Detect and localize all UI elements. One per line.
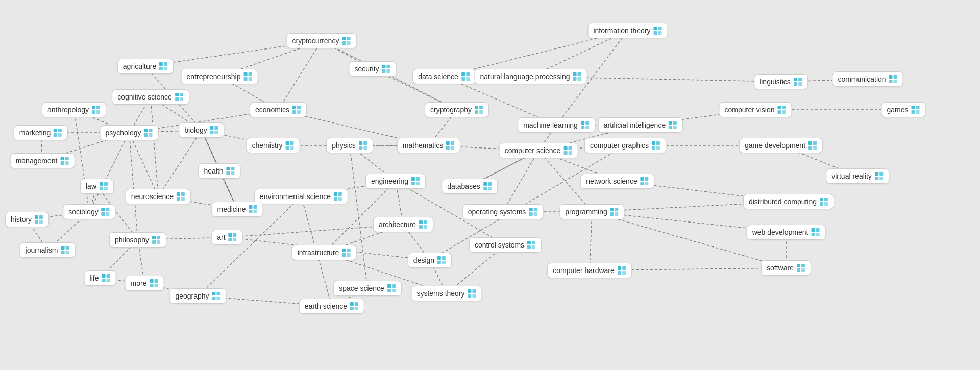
svg-rect-118 <box>798 78 802 81</box>
node-management[interactable]: management <box>10 153 75 168</box>
svg-rect-162 <box>149 129 153 132</box>
svg-rect-99 <box>159 67 163 70</box>
node-history[interactable]: history <box>5 212 49 227</box>
node-physics[interactable]: physics <box>326 138 373 153</box>
node-entrepreneurship[interactable]: entrepreneurship <box>181 69 258 84</box>
node-chemistry[interactable]: chemistry <box>247 138 300 153</box>
node-art[interactable]: art <box>211 230 242 245</box>
svg-rect-167 <box>210 131 214 134</box>
svg-rect-315 <box>212 297 216 300</box>
node-icon-communication <box>889 75 898 84</box>
node-space_science[interactable]: space science <box>333 281 402 296</box>
node-icon-cognitive_science <box>175 92 184 102</box>
node-label-software: software <box>767 264 794 272</box>
node-programming[interactable]: programming <box>559 204 624 219</box>
node-engineering[interactable]: engineering <box>365 174 426 189</box>
node-operating_systems[interactable]: operating systems <box>462 204 544 219</box>
node-computer_graphics[interactable]: computer graphics <box>584 138 666 153</box>
svg-rect-92 <box>347 41 350 45</box>
node-medicine[interactable]: medicine <box>211 202 263 217</box>
node-sociology[interactable]: sociology <box>63 204 115 219</box>
svg-rect-200 <box>879 177 883 180</box>
svg-rect-309 <box>468 289 472 293</box>
node-virtual_reality[interactable]: virtual reality <box>826 168 889 184</box>
node-computer_science[interactable]: computer science <box>499 143 578 158</box>
node-neuroscience[interactable]: neuroscience <box>126 189 191 204</box>
svg-rect-176 <box>363 146 367 150</box>
svg-rect-192 <box>813 146 817 150</box>
svg-rect-262 <box>157 236 160 239</box>
node-geography[interactable]: geography <box>169 288 226 304</box>
svg-rect-246 <box>533 208 537 211</box>
node-icon-earth_science <box>350 302 359 311</box>
node-mathematics[interactable]: mathematics <box>397 138 460 153</box>
node-label-space_science: space science <box>339 284 384 292</box>
node-data_science[interactable]: data science <box>412 69 476 84</box>
node-security[interactable]: security <box>349 61 396 77</box>
node-environmental_science[interactable]: environmental science <box>254 189 348 204</box>
svg-rect-282 <box>347 249 350 252</box>
svg-line-41 <box>503 151 538 212</box>
node-icon-security <box>382 64 391 73</box>
node-psychology[interactable]: psychology <box>100 125 158 140</box>
svg-rect-119 <box>794 82 797 86</box>
node-information_theory[interactable]: information theory <box>587 23 668 38</box>
svg-rect-148 <box>673 126 677 129</box>
svg-rect-196 <box>65 161 68 165</box>
node-life[interactable]: life <box>84 270 116 286</box>
node-control_systems[interactable]: control systems <box>469 237 542 253</box>
node-databases[interactable]: databases <box>442 179 498 194</box>
node-artificial_intelligence[interactable]: artificial intelligence <box>598 117 683 133</box>
svg-rect-256 <box>816 233 819 236</box>
node-computer_hardware[interactable]: computer hardware <box>547 263 632 278</box>
node-computer_vision[interactable]: computer vision <box>719 102 792 117</box>
node-linguistics[interactable]: linguistics <box>754 74 808 89</box>
node-icon-virtual_reality <box>874 171 884 181</box>
node-games[interactable]: games <box>881 102 925 117</box>
node-economics[interactable]: economics <box>250 102 307 117</box>
svg-rect-265 <box>229 233 232 237</box>
node-distributed_computing[interactable]: distributed computing <box>743 194 834 209</box>
node-earth_science[interactable]: earth science <box>299 299 364 314</box>
svg-rect-114 <box>577 72 581 76</box>
svg-rect-300 <box>154 284 158 287</box>
node-marketing[interactable]: marketing <box>14 125 68 140</box>
node-more[interactable]: more <box>125 276 164 291</box>
node-systems_theory[interactable]: systems theory <box>411 286 482 301</box>
node-label-computer_graphics: computer graphics <box>590 141 649 150</box>
svg-line-51 <box>592 212 786 268</box>
svg-rect-174 <box>363 141 367 145</box>
svg-rect-288 <box>442 261 446 264</box>
svg-rect-144 <box>585 126 589 129</box>
node-biology[interactable]: biology <box>179 122 224 138</box>
svg-rect-146 <box>673 121 677 125</box>
node-architecture[interactable]: architecture <box>373 217 433 232</box>
node-game_development[interactable]: game development <box>739 138 823 153</box>
node-software[interactable]: software <box>761 260 811 276</box>
node-anthropology[interactable]: anthropology <box>42 102 106 117</box>
node-philosophy[interactable]: philosophy <box>109 232 166 248</box>
svg-rect-275 <box>527 245 531 249</box>
node-natural_language_processing[interactable]: natural language processing <box>475 69 587 84</box>
svg-rect-228 <box>338 197 342 201</box>
svg-rect-277 <box>797 264 800 267</box>
svg-rect-186 <box>656 141 660 145</box>
node-journalism[interactable]: journalism <box>20 242 76 258</box>
node-health[interactable]: health <box>198 163 240 179</box>
node-web_development[interactable]: web development <box>747 225 826 240</box>
node-law[interactable]: law <box>80 179 114 194</box>
node-design[interactable]: design <box>408 253 452 268</box>
svg-rect-307 <box>387 289 391 292</box>
node-machine_learning[interactable]: machine learning <box>518 117 595 133</box>
node-agriculture[interactable]: agriculture <box>117 59 174 74</box>
svg-rect-230 <box>824 198 828 201</box>
node-infrastructure[interactable]: infrastructure <box>292 245 357 260</box>
node-label-design: design <box>413 256 434 264</box>
node-network_science[interactable]: network science <box>580 174 654 189</box>
node-cognitive_science[interactable]: cognitive science <box>112 89 189 105</box>
node-cryptography[interactable]: cryptography <box>425 102 489 117</box>
node-cryptocurrency[interactable]: cryptocurrency <box>287 33 357 48</box>
node-label-health: health <box>204 167 223 175</box>
svg-rect-268 <box>233 238 237 241</box>
node-communication[interactable]: communication <box>832 71 903 87</box>
